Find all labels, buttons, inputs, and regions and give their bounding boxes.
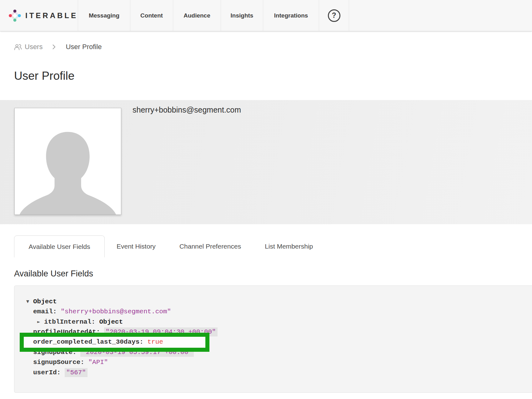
tab-channel-preferences[interactable]: Channel Preferences — [168, 235, 253, 257]
tab-list-membership[interactable]: List Membership — [253, 235, 325, 257]
help-glyph: ? — [332, 12, 336, 19]
tree-row-signupsource: signupSource: "API" — [14, 357, 532, 368]
section-heading: Available User Fields — [14, 269, 93, 279]
person-silhouette-icon — [15, 109, 121, 215]
nav-item-integrations[interactable]: Integrations — [263, 0, 319, 31]
breadcrumb-current: User Profile — [66, 43, 102, 51]
json-tree: ▼Object email: "sherry+bobbins@segment.c… — [14, 296, 532, 378]
brand-logo[interactable]: ITERABLE — [0, 0, 78, 31]
tree-key: itblInternal: — [44, 318, 95, 326]
nav-item-insights[interactable]: Insights — [221, 0, 263, 31]
tree-row-email: email: "sherry+bobbins@segment.com" — [14, 307, 532, 317]
user-fields-panel: ▼Object email: "sherry+bobbins@segment.c… — [14, 285, 532, 393]
tree-value: "API" — [88, 359, 108, 366]
help-icon: ? — [328, 9, 340, 22]
tree-key: email: — [33, 308, 57, 315]
tree-value: true — [147, 338, 163, 346]
tree-row-userid: userId: "567" — [14, 368, 532, 378]
profile-header-section: sherry+bobbins@segment.com — [0, 100, 532, 224]
nav-item-content[interactable]: Content — [130, 0, 173, 31]
tree-value: "sherry+bobbins@segment.com" — [61, 308, 171, 315]
tree-value-root: Object — [33, 298, 57, 305]
tree-value: "567" — [65, 368, 88, 377]
top-navbar: ITERABLE Messaging Content Audience Insi… — [0, 0, 532, 31]
brand-name: ITERABLE — [25, 11, 78, 20]
help-button[interactable]: ? — [319, 0, 349, 31]
collapse-open-icon[interactable]: ▼ — [26, 296, 33, 307]
tree-row-itblinternal: ►itblInternal: Object — [14, 317, 532, 327]
avatar — [14, 108, 121, 215]
tree-key: order_completed_last_30days: — [33, 338, 143, 346]
tree-value: Object — [99, 318, 123, 326]
page-title: User Profile — [14, 69, 74, 83]
tab-bar: Available User Fields Event History Chan… — [14, 235, 325, 257]
page: ITERABLE Messaging Content Audience Insi… — [0, 0, 532, 399]
nav-item-messaging[interactable]: Messaging — [78, 0, 130, 31]
collapse-closed-icon[interactable]: ► — [37, 317, 44, 327]
nav-item-audience[interactable]: Audience — [173, 0, 221, 31]
breadcrumb-users-link[interactable]: Users — [25, 43, 43, 51]
tab-event-history[interactable]: Event History — [105, 235, 168, 257]
tree-key: signupSource: — [33, 359, 84, 366]
users-icon — [14, 44, 22, 50]
tree-key: userId: — [33, 369, 61, 376]
tree-row-root: ▼Object — [14, 296, 532, 307]
tree-row-order-completed: order_completed_last_30days: true — [14, 337, 532, 347]
breadcrumb: Users User Profile — [14, 40, 102, 54]
chevron-right-icon — [53, 44, 56, 49]
iterable-logo-icon — [9, 4, 21, 28]
profile-email: sherry+bobbins@segment.com — [133, 105, 241, 114]
tab-available-user-fields[interactable]: Available User Fields — [14, 235, 105, 257]
